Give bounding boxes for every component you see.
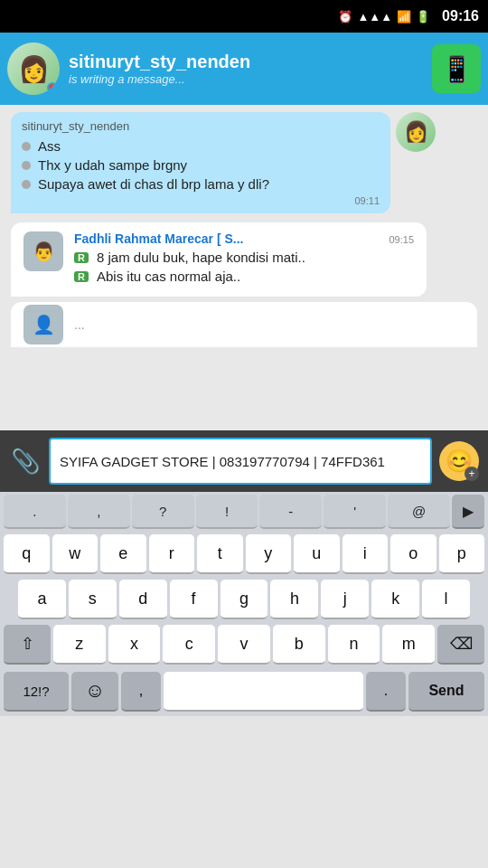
msg-text-3: Supaya awet di chas dl brp lama y dli? — [38, 176, 269, 192]
symbols-row: . , ? ! - ' @ ▶ — [0, 492, 488, 532]
key-b[interactable]: b — [273, 625, 325, 665]
key-question[interactable]: ? — [132, 495, 194, 529]
num-key[interactable]: 12!? — [4, 672, 69, 712]
key-i[interactable]: i — [343, 534, 389, 574]
online-indicator — [47, 82, 58, 93]
outgoing-msg-text-1: 8 jam dulu buk, hape kondisi mati.. — [97, 250, 305, 265]
message-input[interactable]: SYIFA GADGET STORE | 083197770794 | 74FF… — [49, 438, 432, 485]
chat-header: 👩 sitinuryt_sty_nenden is writing a mess… — [0, 33, 488, 105]
key-arrow-right[interactable]: ▶ — [452, 495, 484, 529]
outgoing-header: Fadhli Rahmat Marecar [ S... 09:15 — [74, 231, 414, 246]
status-bar: ⏰ ▲▲▲ 📶 🔋 09:16 — [0, 0, 488, 33]
key-dash[interactable]: - — [259, 495, 322, 529]
outgoing-sender-name: Fadhli Rahmat Marecar [ S... — [74, 231, 244, 246]
key-j[interactable]: j — [321, 580, 369, 619]
backspace-key[interactable]: ⌫ — [437, 625, 484, 665]
comma-key[interactable]: , — [121, 672, 161, 712]
bullet-icon-3 — [22, 180, 31, 189]
key-exclaim[interactable]: ! — [196, 495, 258, 529]
key-q[interactable]: q — [4, 534, 50, 574]
key-x[interactable]: x — [108, 625, 161, 665]
battery-icon: 🔋 — [416, 10, 430, 24]
key-z[interactable]: z — [53, 625, 106, 665]
call-icon: 📱 — [441, 54, 473, 84]
key-a[interactable]: a — [18, 580, 66, 619]
bubble-time: 09:11 — [22, 195, 380, 206]
incoming-bubble: sitinuryt_sty_nenden Ass Thx y udah samp… — [11, 112, 390, 213]
emoji-button[interactable]: 😊 + — [439, 441, 479, 481]
msg-line-3: Supaya awet di chas dl brp lama y dli? — [22, 176, 380, 192]
keyboard-row-2: a s d f g h j k l — [0, 577, 488, 622]
outgoing-time: 09:15 — [389, 234, 414, 245]
alarm-icon: ⏰ — [338, 10, 352, 24]
partial-avatar-icon: 👤 — [33, 314, 55, 335]
outgoing-avatar-icon: 👨 — [33, 241, 55, 262]
key-v[interactable]: v — [218, 625, 270, 665]
signal-icon: ▲▲▲ — [357, 10, 392, 24]
contact-status: is writing a message... — [69, 72, 423, 86]
key-d[interactable]: d — [119, 580, 167, 619]
space-key[interactable] — [164, 672, 363, 712]
status-time: 09:16 — [442, 8, 479, 24]
key-l[interactable]: l — [422, 580, 470, 619]
header-info: sitinuryt_sty_nenden is writing a messag… — [69, 52, 423, 86]
keyboard-bottom-row: 12!? ☺ , . Send — [0, 667, 488, 716]
partial-bubble: 👤 ... — [11, 302, 477, 347]
bullet-icon-2 — [22, 161, 31, 170]
chat-area: sitinuryt_sty_nenden Ass Thx y udah samp… — [0, 105, 488, 430]
key-t[interactable]: t — [197, 534, 243, 574]
shift-key[interactable]: ⇧ — [4, 625, 51, 665]
key-apostrophe[interactable]: ' — [324, 495, 386, 529]
key-f[interactable]: f — [170, 580, 218, 619]
outgoing-msg-line-1: R 8 jam dulu buk, hape kondisi mati.. — [74, 250, 414, 265]
msg-line-2: Thx y udah sampe brgny — [22, 157, 380, 173]
key-k[interactable]: k — [371, 580, 419, 619]
key-period[interactable]: . — [4, 495, 66, 529]
keyboard-emoji-key[interactable]: ☺ — [71, 672, 118, 712]
outgoing-msg-text-2: Abis itu cas normal aja.. — [97, 269, 240, 284]
key-u[interactable]: u — [294, 534, 340, 574]
period-key[interactable]: . — [366, 672, 406, 712]
key-p[interactable]: p — [439, 534, 485, 574]
sender-thumb: 👩 — [396, 112, 436, 152]
key-c[interactable]: c — [163, 625, 215, 665]
send-key[interactable]: Send — [408, 672, 484, 712]
key-y[interactable]: y — [246, 534, 292, 574]
key-comma-sym[interactable]: , — [68, 495, 130, 529]
network-icon: 📶 — [397, 10, 411, 24]
outgoing-msg-line-2: R Abis itu cas normal aja.. — [74, 269, 414, 284]
msg-text-1: Ass — [38, 138, 61, 154]
outgoing-content: Fadhli Rahmat Marecar [ S... 09:15 R 8 j… — [74, 231, 414, 288]
outgoing-avatar: 👨 — [23, 231, 63, 271]
msg-line-1: Ass — [22, 138, 380, 154]
key-n[interactable]: n — [328, 625, 380, 665]
status-icons: ⏰ ▲▲▲ 📶 🔋 09:16 — [338, 8, 479, 24]
key-e[interactable]: e — [100, 534, 146, 574]
partial-avatar: 👤 — [23, 305, 63, 344]
call-button[interactable]: 📱 — [432, 44, 481, 93]
key-m[interactable]: m — [382, 625, 435, 665]
r-badge-2: R — [74, 271, 89, 282]
partial-text: ... — [74, 317, 85, 332]
key-w[interactable]: w — [52, 534, 99, 574]
r-badge-1: R — [74, 252, 89, 263]
key-s[interactable]: s — [69, 580, 117, 619]
outgoing-bubble: 👨 Fadhli Rahmat Marecar [ S... 09:15 R 8… — [11, 222, 427, 297]
attach-icon: 📎 — [11, 448, 40, 476]
key-r[interactable]: r — [149, 534, 195, 574]
input-area: 📎 SYIFA GADGET STORE | 083197770794 | 74… — [0, 430, 488, 492]
keyboard-row-1: q w e r t y u i o p — [0, 532, 488, 577]
bubble-sender-name: sitinuryt_sty_nenden — [22, 119, 380, 133]
key-at[interactable]: @ — [388, 495, 450, 529]
header-avatar[interactable]: 👩 — [7, 42, 60, 95]
bullet-icon-1 — [22, 142, 31, 151]
emoji-plus-icon: + — [465, 467, 479, 481]
keyboard-row-3: ⇧ z x c v b n m ⌫ — [0, 622, 488, 667]
msg-text-2: Thx y udah sampe brgny — [38, 157, 187, 173]
key-h[interactable]: h — [270, 580, 318, 619]
contact-name: sitinuryt_sty_nenden — [69, 52, 423, 72]
key-o[interactable]: o — [390, 534, 436, 574]
key-g[interactable]: g — [221, 580, 268, 619]
attach-button[interactable]: 📎 — [9, 445, 42, 477]
keyboard[interactable]: . , ? ! - ' @ ▶ q w e r t y u i o p a s … — [0, 492, 488, 716]
